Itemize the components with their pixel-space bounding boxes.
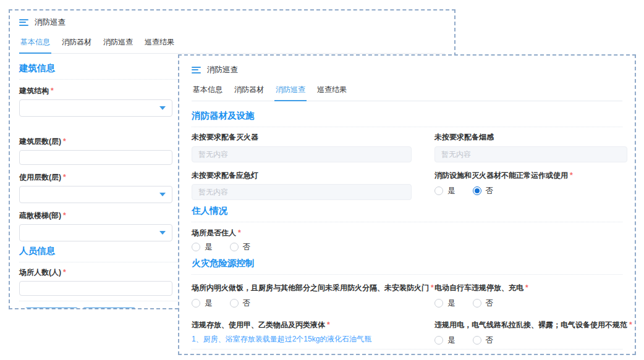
emergency-light-input: 暂无内容	[192, 184, 412, 200]
building-floors-input[interactable]	[19, 150, 172, 165]
form-row: 未按要求配备灭火器 暂无内容 未按要求配备烟感 暂无内容	[192, 127, 622, 162]
tab-fire-equipment[interactable]: 消防器材	[233, 81, 265, 101]
tab-basic-info[interactable]: 基本信息	[19, 33, 51, 54]
occupied-radio-group: 是 否	[192, 242, 622, 252]
hazardous-materials-label: 违规存放、使用甲、乙类物品及丙类液体*	[192, 320, 412, 330]
chevron-down-icon	[159, 231, 166, 235]
tab-bar: 基本信息 消防器材 消防巡查 巡查结果	[19, 33, 445, 54]
smoke-detector-input: 暂无内容	[434, 146, 627, 162]
radio-no[interactable]: 否	[473, 335, 494, 346]
radio-circle-icon	[434, 299, 443, 308]
extinguisher-input: 暂无内容	[192, 146, 412, 162]
radio-circle-icon	[192, 243, 200, 251]
tab-fire-equipment[interactable]: 消防器材	[61, 33, 93, 53]
ebike-parking-label: 电动自行车违规停放、充电*	[434, 283, 627, 293]
radio-circle-icon	[230, 299, 239, 308]
field-smoke-detector: 未按要求配备烟感 暂无内容	[434, 127, 627, 162]
tab-inspection-result[interactable]: 巡查结果	[316, 81, 348, 101]
required-marker: *	[629, 320, 632, 329]
window-header: 消防巡查 基本信息 消防器材 消防巡查 巡查结果	[10, 10, 454, 54]
occupied-label: 场所是否住人*	[192, 228, 622, 238]
menu-icon[interactable]	[192, 67, 201, 73]
radio-yes[interactable]: 是	[434, 335, 455, 346]
form-row: 违规存放、使用甲、乙类物品及丙类液体* 1、厨房、浴室存放装载量超过2个15kg…	[192, 308, 622, 345]
required-marker: *	[327, 320, 330, 329]
app-title-row: 消防巡查	[192, 63, 622, 77]
field-electrical-violation: 违规用电，电气线路私拉乱接、裸露；电气设备使用不规范* 是 否	[434, 308, 627, 345]
equipment-malfunction-label: 消防设施和灭火器材不能正常运作或使用*	[434, 170, 627, 181]
section-title-fire-hazard: 火灾危险源控制	[192, 252, 622, 275]
radio-no[interactable]: 否	[473, 186, 494, 196]
field-extinguisher: 未按要求配备灭火器 暂无内容	[192, 127, 412, 162]
page-title: 消防巡查	[35, 17, 66, 28]
tab-fire-inspection[interactable]: 消防巡查	[274, 81, 307, 101]
radio-circle-icon	[434, 186, 443, 195]
required-marker: *	[63, 137, 66, 146]
radio-no[interactable]: 否	[230, 298, 251, 309]
electrical-violation-label: 违规用电，电气线路私拉乱接、裸露；电气设备使用不规范*	[434, 320, 627, 330]
app-title-row: 消防巡查	[19, 15, 445, 29]
required-marker: *	[63, 173, 66, 182]
radio-yes[interactable]: 是	[192, 298, 213, 309]
tab-inspection-result[interactable]: 巡查结果	[143, 33, 176, 53]
radio-yes[interactable]: 是	[434, 186, 455, 196]
open-flame-label: 场所内明火做饭，且厨房与其他部分之间未采用防火分隔、未安装防火门*	[192, 283, 412, 293]
used-floors-select[interactable]	[19, 186, 172, 203]
field-ebike-parking: 电动自行车违规停放、充电* 是 否	[434, 275, 627, 308]
form-row: 未按要求配备应急灯 暂无内容 消防设施和灭火器材不能正常运作或使用* 是 否	[192, 162, 622, 200]
electrical-violation-radio-group: 是 否	[434, 335, 627, 345]
field-hazardous-materials: 违规存放、使用甲、乙类物品及丙类液体* 1、厨房、浴室存放装载量超过2个15kg…	[192, 308, 412, 345]
ebike-parking-radio-group: 是 否	[434, 298, 627, 308]
radio-yes[interactable]: 是	[192, 242, 213, 253]
required-marker: *	[570, 171, 573, 180]
required-marker: *	[431, 283, 434, 292]
tab-bar: 基本信息 消防器材 消防巡查 巡查结果	[192, 81, 622, 101]
required-marker: *	[51, 86, 54, 95]
open-flame-radio-group: 是 否	[192, 298, 412, 308]
field-emergency-light: 未按要求配备应急灯 暂无内容	[192, 162, 412, 200]
page-title: 消防巡查	[207, 65, 238, 75]
field-open-flame: 场所内明火做饭，且厨房与其他部分之间未采用防火分隔、未安装防火门* 是 否	[192, 275, 412, 308]
menu-icon[interactable]	[19, 19, 28, 26]
radio-circle-icon	[434, 336, 443, 345]
radio-circle-icon	[192, 299, 200, 308]
radio-circle-icon	[230, 243, 239, 251]
evacuation-stairs-select[interactable]	[19, 224, 172, 241]
chevron-down-icon	[159, 106, 166, 110]
radio-circle-icon	[473, 299, 481, 308]
section-title-occupancy: 住人情况	[192, 200, 622, 222]
section-title-fire-equipment: 消防器材及设施	[192, 101, 622, 127]
occupant-count-input[interactable]	[19, 281, 172, 296]
field-equipment-malfunction: 消防设施和灭火器材不能正常运作或使用* 是 否	[434, 162, 627, 200]
save-draft-button[interactable]: 暂存	[83, 308, 135, 309]
radio-no[interactable]: 否	[230, 242, 251, 253]
submit-button[interactable]: 提交	[25, 308, 78, 309]
building-structure-select[interactable]	[19, 99, 172, 117]
tab-fire-inspection[interactable]: 消防巡查	[102, 33, 134, 53]
radio-circle-icon	[473, 336, 481, 345]
required-marker: *	[63, 211, 66, 220]
smoke-detector-label: 未按要求配备烟感	[434, 132, 627, 143]
fire-inspection-window-patrol: 消防巡查 基本信息 消防器材 消防巡查 巡查结果 消防器材及设施 未按要求配备灭…	[178, 54, 636, 355]
hazardous-materials-detail-link[interactable]: 1、厨房、浴室存放装载量超过2个15kg的液化石油气瓶	[192, 334, 412, 345]
radio-circle-icon	[473, 186, 481, 195]
window-header: 消防巡查 基本信息 消防器材 消防巡查 巡查结果	[179, 56, 635, 101]
tab-basic-info[interactable]: 基本信息	[192, 81, 224, 101]
radio-yes[interactable]: 是	[434, 298, 455, 309]
radio-no[interactable]: 否	[473, 298, 494, 309]
required-marker: *	[238, 228, 241, 237]
equipment-malfunction-radio-group: 是 否	[434, 186, 627, 196]
form-footer: 提交 暂存	[192, 349, 622, 355]
chevron-down-icon	[159, 193, 166, 196]
required-marker: *	[525, 283, 528, 292]
emergency-light-label: 未按要求配备应急灯	[192, 170, 412, 181]
required-marker: *	[63, 268, 66, 277]
form-body: 消防器材及设施 未按要求配备灭火器 暂无内容 未按要求配备烟感 暂无内容 未按要…	[179, 101, 635, 355]
form-row: 场所内明火做饭，且厨房与其他部分之间未采用防火分隔、未安装防火门* 是 否 电动…	[192, 275, 622, 308]
extinguisher-label: 未按要求配备灭火器	[192, 132, 412, 143]
